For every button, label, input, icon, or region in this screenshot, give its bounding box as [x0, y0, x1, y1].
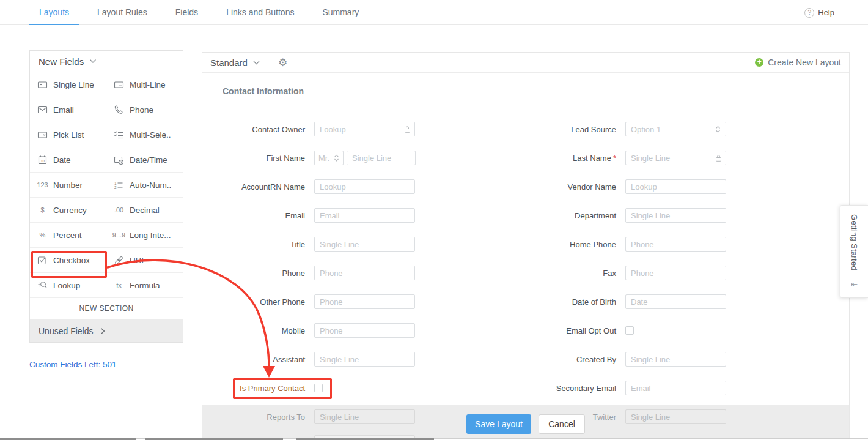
new-fields-label: New Fields [39, 56, 84, 67]
field-type-single-line[interactable]: Single Line [30, 72, 106, 97]
field-type-percent[interactable]: %Percent [30, 223, 106, 248]
custom-fields-left-link[interactable]: Custom Fields Left: 501 [29, 360, 117, 369]
phone-input[interactable] [314, 266, 415, 280]
date-of-birth-input[interactable] [625, 294, 726, 309]
field-control [314, 409, 415, 424]
tab-links-and-buttons[interactable]: Links and Buttons [216, 0, 304, 25]
field-control [625, 326, 634, 335]
help-label: Help [818, 8, 834, 17]
field-label: Other Phone [202, 297, 305, 307]
field-control [314, 384, 323, 392]
field-type-multi-sele[interactable]: Multi-Sele.. [106, 122, 183, 147]
field-type-email[interactable]: Email [30, 97, 106, 122]
new-fields-dropdown[interactable]: New Fields [30, 51, 183, 72]
reports-to-input[interactable] [314, 409, 415, 424]
field-type-checkbox[interactable]: Checkbox [30, 248, 106, 273]
form-row-lead-source: Lead SourceOption 1 [513, 122, 726, 136]
fax-input[interactable] [625, 266, 726, 280]
field-label: Contact Owner [202, 125, 305, 134]
field-label: Date of Birth [513, 297, 616, 307]
field-label-text: Assistant [273, 355, 305, 364]
field-label: Phone [202, 269, 305, 278]
tab-summary[interactable]: Summary [312, 0, 369, 25]
svg-text:10: 10 [40, 158, 45, 162]
form-row-mobile: Mobile [202, 323, 415, 338]
phone-icon [113, 105, 125, 115]
updown-arrows-icon [334, 154, 339, 162]
field-type-label: Email [53, 105, 74, 114]
field-type-url[interactable]: URL [106, 248, 183, 273]
title-input[interactable] [314, 237, 415, 252]
field-type-lookup[interactable]: Lookup [30, 273, 106, 298]
select-value: Option 1 [631, 125, 661, 134]
field-type-currency[interactable]: $Currency [30, 198, 106, 223]
field-type-label: Multi-Sele.. [130, 130, 171, 140]
help-button[interactable]: ? Help [804, 0, 834, 25]
form-row-assistant: Assistant [202, 352, 415, 367]
field-type-auto-num[interactable]: 12Auto-Num.. [106, 173, 183, 198]
first-name-input[interactable] [347, 151, 416, 165]
field-control [314, 179, 415, 194]
form-row-home-phone: Home Phone [513, 237, 726, 252]
twitter-input[interactable] [625, 409, 726, 424]
home-phone-input[interactable] [625, 237, 726, 252]
form-row-fax: Fax [513, 266, 726, 280]
email-opt-out-checkbox[interactable] [625, 326, 634, 335]
field-label: Mobile [202, 326, 305, 335]
field-type-label: Date/Time [130, 155, 167, 165]
assistant-input[interactable] [314, 352, 415, 367]
lead-source-select[interactable]: Option 1 [625, 122, 726, 136]
chevron-down-icon [89, 59, 97, 64]
field-type-date[interactable]: 10Date [30, 147, 106, 173]
field-type-number[interactable]: 123Number [30, 173, 106, 198]
salutation-select[interactable]: Mr. [314, 151, 344, 165]
svg-text:1: 1 [114, 181, 117, 185]
last-name-input[interactable] [625, 151, 726, 165]
field-type-decimal[interactable]: .00Decimal [106, 198, 183, 223]
tab-layout-rules[interactable]: Layout Rules [87, 0, 157, 25]
form-row-created-by: Created By [513, 352, 726, 367]
cancel-button[interactable]: Cancel [539, 414, 585, 434]
field-type-phone[interactable]: Phone [106, 97, 183, 122]
tab-layouts[interactable]: Layouts [29, 0, 79, 25]
is-primary-contact-checkbox[interactable] [314, 384, 323, 392]
vendor-name-input[interactable] [625, 179, 726, 194]
other-phone-input[interactable] [314, 294, 415, 309]
long-integer-icon: 9...9 [113, 231, 125, 239]
currency-icon: $ [37, 206, 48, 214]
field-type-pick-list[interactable]: Pick List [30, 122, 106, 147]
field-type-date-time[interactable]: Date/Time [106, 147, 183, 173]
field-label-text: Secondary Email [556, 384, 616, 393]
field-type-formula[interactable]: fxFormula [106, 273, 183, 298]
field-type-label: Pick List [53, 130, 84, 140]
department-input[interactable] [625, 208, 726, 223]
field-control [625, 294, 726, 309]
field-label: Department [513, 211, 616, 220]
created-by-input[interactable] [625, 352, 726, 367]
save-layout-button[interactable]: Save Layout [466, 414, 531, 434]
field-type-long-inte[interactable]: 9...9Long Inte... [106, 223, 183, 248]
getting-started-tab[interactable]: Getting Started ⇤ [840, 205, 868, 298]
form-row-email-opt-out: Email Opt Out [513, 323, 634, 338]
multi-line-icon [113, 80, 125, 90]
field-type-multi-line[interactable]: Multi-Line [106, 72, 183, 97]
accountrn-name-input[interactable] [314, 179, 415, 194]
tab-fields[interactable]: Fields [166, 0, 208, 25]
field-type-label: Auto-Num.. [130, 181, 171, 190]
mobile-input[interactable] [314, 323, 415, 338]
field-control: Mr. [314, 151, 416, 165]
contact-owner-input[interactable] [314, 122, 415, 136]
field-control [625, 352, 726, 367]
form-row-accountrn-name: AccountRN Name [202, 179, 415, 194]
field-label-text: Created By [576, 355, 616, 364]
new-section-button[interactable]: NEW SECTION [30, 298, 183, 319]
field-type-grid: Single LineMulti-LineEmailPhonePick List… [30, 72, 183, 298]
field-label: Home Phone [513, 240, 616, 249]
field-control: Option 1 [625, 122, 726, 136]
top-nav: LayoutsLayout RulesFieldsLinks and Butto… [0, 0, 868, 25]
unused-fields-button[interactable]: Unused Fields [30, 319, 183, 342]
email-input[interactable] [314, 208, 415, 223]
multi-select-icon [113, 130, 125, 140]
field-type-label: Lookup [53, 281, 80, 290]
secondary-email-input[interactable] [625, 381, 726, 395]
